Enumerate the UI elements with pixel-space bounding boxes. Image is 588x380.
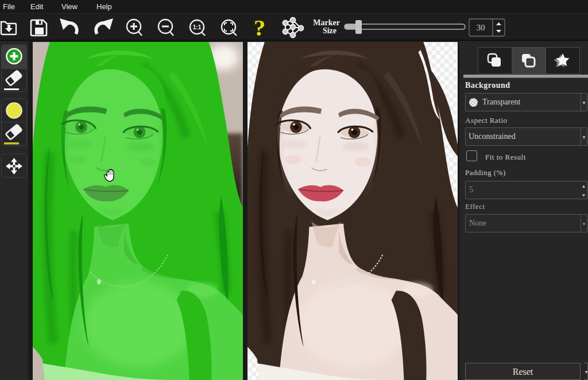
svg-text:Size: Size bbox=[323, 26, 336, 35]
svg-text:30: 30 bbox=[477, 23, 485, 32]
svg-text:?: ? bbox=[254, 14, 266, 41]
svg-text:Marker: Marker bbox=[313, 18, 340, 27]
svg-text:1:1: 1:1 bbox=[193, 24, 202, 30]
